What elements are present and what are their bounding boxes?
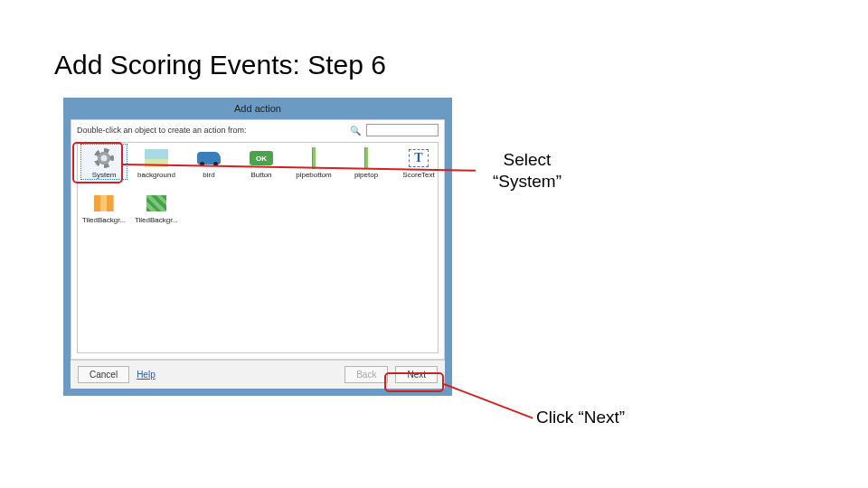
- object-pipebottom[interactable]: pipebottom: [291, 145, 336, 179]
- object-label: ScoreText: [396, 171, 439, 179]
- cancel-button[interactable]: Cancel: [78, 366, 129, 383]
- object-label: TiledBackgr...: [134, 216, 179, 224]
- object-label: TiledBackgr...: [81, 216, 127, 224]
- dialog-body: Double-click an object to create an acti…: [71, 119, 445, 360]
- gear-icon: [90, 146, 118, 170]
- annotation-click-next: Click “Next”: [536, 407, 625, 428]
- pipe-icon: [300, 146, 327, 170]
- search-input[interactable]: [366, 124, 439, 136]
- annotation-select-system: Select “System”: [477, 149, 577, 192]
- object-label: pipebottom: [291, 171, 336, 179]
- instruction-row: Double-click an object to create an acti…: [71, 120, 444, 140]
- object-label: bird: [186, 171, 231, 179]
- object-label: System: [81, 171, 127, 179]
- object-label: Button: [239, 171, 284, 179]
- car-icon: [195, 146, 222, 170]
- object-scoretext[interactable]: T ScoreText: [396, 145, 439, 179]
- object-pipetop[interactable]: pipetop: [344, 145, 389, 179]
- object-tiledbg-1[interactable]: TiledBackgr...: [81, 190, 127, 224]
- object-label: pipetop: [344, 171, 389, 179]
- text-icon: T: [405, 146, 432, 170]
- object-button[interactable]: OK Button: [239, 145, 284, 179]
- dialog-footer: Cancel Help Back Next: [71, 360, 445, 389]
- pipe-icon: [353, 146, 380, 170]
- object-system[interactable]: System: [81, 145, 127, 179]
- object-background[interactable]: background: [134, 145, 179, 179]
- ok-button-icon: OK: [248, 146, 275, 170]
- callout-line-next: [444, 383, 533, 418]
- search-icon: 🔍: [350, 126, 361, 136]
- help-link[interactable]: Help: [137, 370, 156, 380]
- object-tiledbg-2[interactable]: TiledBackgr...: [134, 190, 179, 224]
- object-bird[interactable]: bird: [186, 145, 231, 179]
- back-button[interactable]: Back: [344, 366, 388, 383]
- dialog-titlebar: Add action: [71, 101, 445, 119]
- instruction-text: Double-click an object to create an acti…: [77, 126, 344, 135]
- next-button[interactable]: Next: [395, 366, 438, 383]
- object-list: System background bird OK Button pipebot…: [77, 142, 439, 353]
- object-label: background: [134, 171, 179, 179]
- tiled-icon: [143, 192, 170, 215]
- tiled-icon: [90, 192, 118, 215]
- add-action-dialog: Add action Double-click an object to cre…: [63, 98, 452, 396]
- slide-title: Add Scoring Events: Step 6: [54, 50, 386, 80]
- landscape-icon: [143, 146, 170, 170]
